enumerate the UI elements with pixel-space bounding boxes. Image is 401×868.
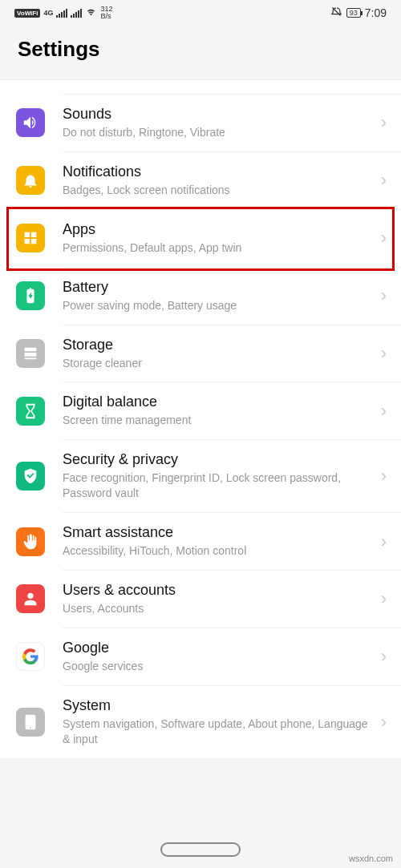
page-header: Settings xyxy=(0,26,401,79)
row-subtitle: Google services xyxy=(63,659,373,674)
row-title: Apps xyxy=(63,221,373,238)
vowifi-badge: VoWiFi xyxy=(14,9,40,18)
status-bar: VoWiFi 4G 312 B/s 93 7:09 xyxy=(0,0,401,26)
mute-icon xyxy=(330,6,342,20)
storage-icon xyxy=(16,339,45,368)
row-smart-assistance[interactable]: Smart assistance Accessibility, HiTouch,… xyxy=(63,513,401,571)
row-subtitle: Storage cleaner xyxy=(63,356,373,371)
watermark: wsxdn.com xyxy=(349,854,393,863)
notifications-icon xyxy=(16,166,45,195)
google-icon xyxy=(16,642,45,671)
network-type: 4G xyxy=(43,9,53,17)
settings-list[interactable]: Sounds Do not disturb, Ringtone, Vibrate… xyxy=(0,79,401,758)
chevron-right-icon: › xyxy=(381,531,387,552)
gesture-nav-pill[interactable] xyxy=(160,842,241,857)
row-title: Sounds xyxy=(63,106,373,123)
row-title: Digital balance xyxy=(63,394,373,410)
chevron-right-icon: › xyxy=(381,228,387,248)
row-subtitle: Accessibility, HiTouch, Motion control xyxy=(63,543,373,559)
wifi-icon xyxy=(85,7,97,19)
sounds-icon xyxy=(16,108,45,137)
system-icon xyxy=(16,708,45,737)
chevron-right-icon: › xyxy=(381,712,387,733)
row-subtitle: Face recognition, Fingerprint ID, Lock s… xyxy=(63,470,373,501)
status-right: 93 7:09 xyxy=(330,6,387,20)
person-icon xyxy=(16,584,45,613)
row-subtitle: Badges, Lock screen notifications xyxy=(63,183,373,198)
row-storage[interactable]: Storage Storage cleaner › xyxy=(63,325,401,383)
partial-row-top xyxy=(63,80,401,95)
row-google[interactable]: Google Google services › xyxy=(63,628,401,686)
row-title: Notifications xyxy=(63,164,373,180)
chevron-right-icon: › xyxy=(381,401,387,422)
shield-icon xyxy=(16,462,45,491)
row-subtitle: Permissions, Default apps, App twin xyxy=(63,240,373,256)
chevron-right-icon: › xyxy=(381,588,387,609)
signal-icon xyxy=(56,9,67,18)
battery-icon: 93 xyxy=(346,8,361,18)
data-speed: 312 B/s xyxy=(100,6,112,20)
row-battery[interactable]: Battery Power saving mode, Battery usage… xyxy=(63,268,401,325)
row-apps[interactable]: Apps Permissions, Default apps, App twin… xyxy=(63,210,401,268)
battery-icon xyxy=(16,281,45,310)
row-title: Google xyxy=(63,640,373,656)
row-subtitle: Screen time management xyxy=(63,413,373,428)
row-subtitle: System navigation, Software update, Abou… xyxy=(63,717,373,747)
row-users-accounts[interactable]: Users & accounts Users, Accounts › xyxy=(63,571,401,628)
row-subtitle: Power saving mode, Battery usage xyxy=(63,298,373,313)
status-left: VoWiFi 4G 312 B/s xyxy=(14,6,113,20)
chevron-right-icon: › xyxy=(381,646,387,667)
row-digital-balance[interactable]: Digital balance Screen time management › xyxy=(63,382,401,440)
signal-icon-2 xyxy=(71,9,82,18)
chevron-right-icon: › xyxy=(381,466,387,486)
chevron-right-icon: › xyxy=(381,170,387,191)
chevron-right-icon: › xyxy=(381,285,387,306)
row-title: Battery xyxy=(63,279,373,296)
row-subtitle: Users, Accounts xyxy=(63,601,373,616)
apps-icon xyxy=(16,224,45,252)
row-security[interactable]: Security & privacy Face recognition, Fin… xyxy=(63,440,401,513)
row-subtitle: Do not disturb, Ringtone, Vibrate xyxy=(63,125,373,140)
chevron-right-icon: › xyxy=(381,343,387,364)
page-title: Settings xyxy=(18,37,383,62)
row-title: System xyxy=(63,697,373,714)
row-title: Users & accounts xyxy=(63,582,373,599)
row-notifications[interactable]: Notifications Badges, Lock screen notifi… xyxy=(63,152,401,210)
row-title: Smart assistance xyxy=(63,524,373,541)
hand-icon xyxy=(16,527,45,556)
row-system[interactable]: System System navigation, Software updat… xyxy=(63,686,401,758)
row-sounds[interactable]: Sounds Do not disturb, Ringtone, Vibrate… xyxy=(63,95,401,152)
row-title: Storage xyxy=(63,337,373,353)
chevron-right-icon: › xyxy=(381,112,387,133)
row-title: Security & privacy xyxy=(63,451,373,468)
digital-balance-icon xyxy=(16,397,45,426)
clock: 7:09 xyxy=(365,6,387,19)
